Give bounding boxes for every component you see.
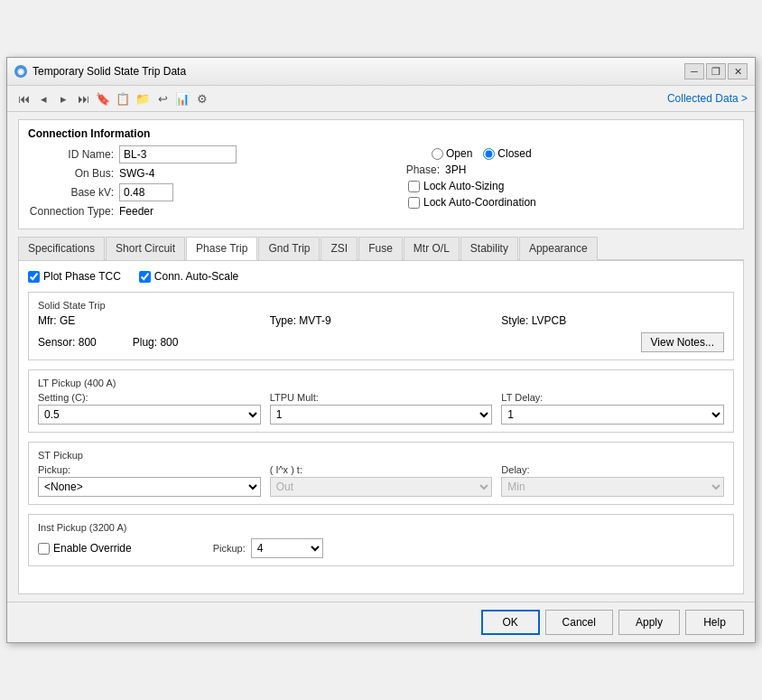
open-closed-row: Open Closed — [390, 145, 734, 160]
base-kv-label: Base kV: — [28, 186, 114, 199]
app-icon: ◉ — [14, 65, 27, 78]
settings-icon[interactable]: ⚙ — [193, 89, 211, 107]
plot-phase-tcc-text: Plot Phase TCC — [43, 270, 121, 283]
closed-radio-label[interactable]: Closed — [483, 147, 531, 160]
connection-type-row: Connection Type: Feeder — [28, 205, 372, 218]
lock-auto-sizing-label: Lock Auto-Sizing — [423, 180, 504, 192]
minimize-button[interactable]: ─ — [684, 63, 704, 79]
type-info: Type: MVT-9 — [270, 314, 493, 327]
inst-pickup-field: Pickup: 4 5 6 7 8 — [213, 538, 323, 558]
toolbar-icons: ⏮ ◂ ▸ ⏭ 🔖 📋 📁 ↩ 📊 ⚙ — [14, 89, 211, 107]
mfr-value: GE — [60, 314, 75, 327]
setting-label: Setting (C): — [38, 392, 261, 403]
tab-fuse[interactable]: Fuse — [358, 237, 403, 260]
st-delay-label: Delay: — [501, 464, 724, 475]
connection-info-left: ID Name: On Bus: SWG-4 Base kV: Connecti… — [28, 145, 372, 221]
style-value: LVPCB — [532, 314, 566, 327]
window-title: Temporary Solid State Trip Data — [33, 65, 186, 78]
lt-pickup-section: LT Pickup (400 A) Setting (C): 0.5 0.6 0… — [28, 369, 734, 433]
mfr-info: Mfr: GE — [38, 314, 261, 327]
connection-type-label: Connection Type: — [28, 205, 114, 218]
solid-state-trip-section: Solid State Trip Mfr: GE Type: MVT-9 Sty… — [28, 292, 734, 360]
help-button[interactable]: Help — [685, 610, 744, 635]
open-label: Open — [446, 147, 472, 160]
id-name-row: ID Name: — [28, 145, 372, 163]
ok-button[interactable]: OK — [481, 610, 540, 635]
type-value: MVT-9 — [299, 314, 330, 327]
title-controls: ─ ❐ ✕ — [684, 63, 748, 79]
close-button[interactable]: ✕ — [728, 63, 748, 79]
sensor-label: Sensor: — [38, 336, 75, 349]
inst-pickup-row: Enable Override Pickup: 4 5 6 7 8 — [38, 538, 724, 558]
view-notes-container: View Notes... — [641, 332, 724, 352]
plug-value: 800 — [160, 336, 178, 349]
undo-icon[interactable]: ↩ — [153, 89, 172, 107]
st-pickup-label: Pickup: — [38, 464, 261, 475]
enable-override-checkbox[interactable] — [38, 543, 50, 555]
bookmark-icon[interactable]: 🔖 — [94, 89, 112, 107]
restore-button[interactable]: ❐ — [706, 63, 726, 79]
copy-icon[interactable]: 📋 — [114, 89, 132, 107]
solid-state-grid: Mfr: GE Type: MVT-9 Style: LVPCB — [38, 314, 724, 327]
cancel-button[interactable]: Cancel — [545, 610, 613, 635]
st-pickup-title: ST Pickup — [38, 450, 724, 461]
tab-stability[interactable]: Stability — [460, 237, 518, 260]
st-delay-select[interactable]: Min Max — [501, 477, 724, 497]
main-window: ◉ Temporary Solid State Trip Data ─ ❐ ✕ … — [6, 57, 756, 643]
first-icon[interactable]: ⏮ — [14, 89, 33, 107]
id-name-input[interactable] — [119, 145, 237, 163]
st-pickup-select[interactable]: <None> 2 3 4 5 6 — [38, 477, 261, 497]
tab-zsi[interactable]: ZSI — [321, 237, 358, 260]
plot-phase-tcc-label[interactable]: Plot Phase TCC — [28, 270, 121, 283]
collected-data-link[interactable]: Collected Data > — [667, 92, 748, 105]
id-name-label: ID Name: — [28, 148, 114, 161]
conn-auto-scale-checkbox[interactable] — [139, 271, 151, 283]
tab-mtr-ol[interactable]: Mtr O/L — [404, 237, 460, 260]
conn-auto-scale-label[interactable]: Conn. Auto-Scale — [139, 270, 238, 283]
mfr-label: Mfr: — [38, 314, 57, 327]
title-bar: ◉ Temporary Solid State Trip Data ─ ❐ ✕ — [7, 58, 755, 86]
view-notes-button[interactable]: View Notes... — [641, 332, 724, 352]
open-radio-label[interactable]: Open — [432, 147, 472, 160]
toolbar: ⏮ ◂ ▸ ⏭ 🔖 📋 📁 ↩ 📊 ⚙ Collected Data > — [7, 86, 755, 112]
phase-label: Phase: — [390, 163, 440, 176]
last-icon[interactable]: ⏭ — [74, 89, 92, 107]
base-kv-row: Base kV: — [28, 183, 372, 201]
closed-radio[interactable] — [483, 148, 495, 160]
lock-auto-coordination-checkbox[interactable] — [408, 197, 420, 209]
phase-row: Phase: 3PH — [390, 163, 734, 176]
conn-auto-scale-text: Conn. Auto-Scale — [154, 270, 238, 283]
lt-delay-label: LT Delay: — [501, 392, 724, 403]
lock-auto-coordination-row: Lock Auto-Coordination — [408, 196, 734, 209]
tab-specifications[interactable]: Specifications — [18, 237, 105, 260]
open-radio[interactable] — [432, 148, 443, 160]
tab-short-circuit[interactable]: Short Circuit — [106, 237, 185, 260]
tab-phase-trip[interactable]: Phase Trip — [186, 237, 257, 260]
inst-pickup-select[interactable]: 4 5 6 7 8 — [251, 538, 323, 558]
inst-pickup-section: Inst Pickup (3200 A) Enable Override Pic… — [28, 514, 734, 566]
tab-gnd-trip[interactable]: Gnd Trip — [258, 237, 320, 260]
open-icon[interactable]: 📁 — [134, 89, 152, 107]
plot-phase-tcc-checkbox[interactable] — [28, 271, 40, 283]
tabs-bar: Specifications Short Circuit Phase Trip … — [18, 237, 744, 260]
lt-delay-select[interactable]: 1 2 3 4 — [501, 405, 724, 425]
prev-icon[interactable]: ◂ — [34, 89, 52, 107]
apply-button[interactable]: Apply — [618, 610, 680, 635]
lock-auto-sizing-row: Lock Auto-Sizing — [408, 180, 734, 192]
ltpu-mult-select[interactable]: 1 2 3 4 — [270, 405, 493, 425]
enable-override-label[interactable]: Enable Override — [38, 542, 132, 555]
plug-label: Plug: — [133, 336, 157, 349]
on-bus-row: On Bus: SWG-4 — [28, 167, 372, 180]
st-pickup-grid: Pickup: <None> 2 3 4 5 6 ( I^x ) t: — [38, 464, 724, 497]
connection-info-right: Open Closed Phase: 3PH — [372, 145, 734, 221]
chart-icon[interactable]: 📊 — [173, 89, 191, 107]
next-icon[interactable]: ▸ — [54, 89, 72, 107]
inst-pickup-label: Pickup: — [213, 543, 246, 554]
i2t-select[interactable]: Out In — [270, 477, 493, 497]
tab-appearance[interactable]: Appearance — [519, 237, 598, 260]
setting-select[interactable]: 0.5 0.6 0.7 0.8 0.9 1.0 — [38, 405, 261, 425]
lock-auto-sizing-checkbox[interactable] — [408, 181, 420, 192]
title-bar-left: ◉ Temporary Solid State Trip Data — [14, 65, 186, 78]
sensor-row: Sensor: 800 Plug: 800 View Notes... — [38, 332, 724, 352]
base-kv-input[interactable] — [119, 183, 173, 201]
